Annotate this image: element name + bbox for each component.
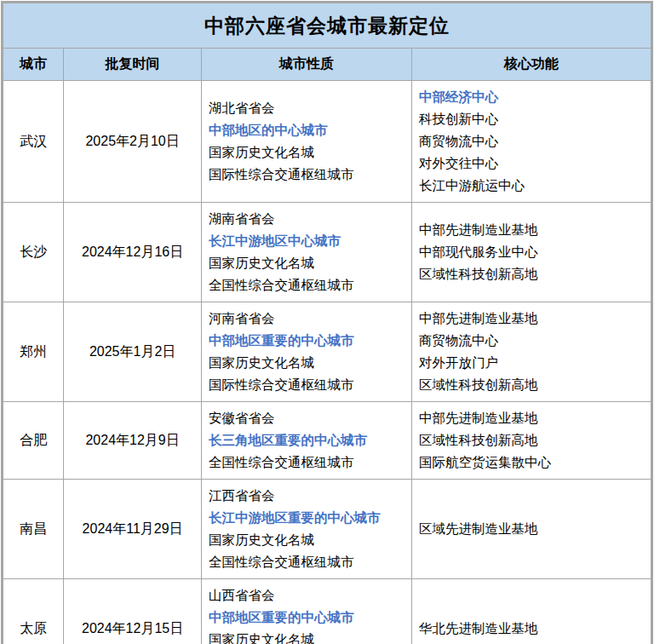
city-nature-cell: 江西省省会长江中游地区重要的中心城市国家历史文化名城全国性综合交通枢纽城市 [201,480,411,579]
city-nature-line: 国家历史文化名城 [209,352,408,374]
core-function-line: 对外交往中心 [419,152,647,175]
header-city: 城市 [3,49,64,81]
city-nature-line-highlighted: 中部地区重要的中心城市 [209,607,408,629]
city-cell: 合肥 [3,402,64,480]
city-nature-line: 江西省省会 [209,485,408,507]
core-function-line: 区域先进制造业基地 [419,518,647,540]
city-nature-line: 国家历史文化名城 [209,629,408,644]
core-function-line: 区域性科技创新高地 [419,263,647,285]
core-function-line: 国际航空货运集散中心 [419,451,647,474]
core-function-line: 华北先进制造业基地 [419,618,647,640]
city-nature-line: 国际性综合交通枢纽城市 [209,374,408,396]
city-nature-line: 山西省省会 [209,584,408,607]
core-function-line: 区域性科技创新高地 [419,374,647,396]
table-body: 武汉2025年2月10日湖北省省会中部地区的中心城市国家历史文化名城国际性综合交… [3,81,652,644]
core-functions-cell: 中部经济中心科技创新中心商贸物流中心对外交往中心长江中游航运中心 [411,81,651,203]
core-function-line: 商贸物流中心 [419,130,647,152]
city-nature-line: 国际性综合交通枢纽城市 [209,164,408,186]
city-nature-line: 河南省省会 [209,308,408,330]
city-nature-line: 全国性综合交通枢纽城市 [209,274,408,296]
core-function-line-highlighted: 中部经济中心 [419,86,647,108]
city-cell: 武汉 [3,81,64,203]
approval-date-cell: 2025年2月10日 [64,81,202,203]
city-nature-line: 国家历史文化名城 [209,529,408,551]
approval-date-cell: 2024年11月29日 [64,480,202,579]
core-function-line: 对外开放门户 [419,352,647,374]
core-functions-cell: 区域先进制造业基地 [411,480,651,579]
city-nature-line-highlighted: 中部地区的中心城市 [209,119,408,141]
city-nature-line-highlighted: 中部地区重要的中心城市 [209,330,408,352]
city-positioning-table: 中部六座省会城市最新定位 城市 批复时间 城市性质 核心功能 武汉2025年2月… [1,1,653,644]
table-row: 太原2024年12月15日山西省省会中部地区重要的中心城市国家历史文化名城全国性… [3,579,652,644]
core-function-line: 商贸物流中心 [419,330,647,352]
core-function-line: 中部先进制造业基地 [419,308,647,330]
page-frame: 中部六座省会城市最新定位 城市 批复时间 城市性质 核心功能 武汉2025年2月… [0,0,654,644]
city-nature-cell: 山西省省会中部地区重要的中心城市国家历史文化名城全国性综合交通枢纽城市 [201,579,411,644]
table-title-row: 中部六座省会城市最新定位 [3,3,652,49]
table-header-row: 城市 批复时间 城市性质 核心功能 [3,49,652,81]
city-cell: 郑州 [3,302,64,402]
approval-date-cell: 2024年12月16日 [64,203,202,302]
table-row: 长沙2024年12月16日湖南省省会长江中游地区中心城市国家历史文化名城全国性综… [3,203,652,302]
table-row: 合肥2024年12月9日安徽省省会长三角地区重要的中心城市全国性综合交通枢纽城市… [3,402,652,480]
city-nature-line-highlighted: 长三角地区重要的中心城市 [209,429,408,451]
header-approval-date: 批复时间 [64,49,202,81]
table-title: 中部六座省会城市最新定位 [3,3,652,49]
city-nature-line-highlighted: 长江中游地区中心城市 [209,230,408,252]
city-cell: 太原 [3,579,64,644]
city-nature-line: 国家历史文化名城 [209,252,408,274]
city-nature-line: 湖南省省会 [209,208,408,230]
approval-date-cell: 2024年12月9日 [64,402,202,480]
city-nature-line: 全国性综合交通枢纽城市 [209,451,408,474]
city-nature-line: 国家历史文化名城 [209,141,408,164]
city-nature-line: 湖北省省会 [209,97,408,119]
header-core-functions: 核心功能 [411,49,651,81]
core-function-line: 科技创新中心 [419,108,647,130]
core-function-line: 长江中游航运中心 [419,175,647,197]
approval-date-cell: 2024年12月15日 [64,579,202,644]
core-functions-cell: 中部先进制造业基地商贸物流中心对外开放门户区域性科技创新高地 [411,302,651,402]
city-nature-line-highlighted: 长江中游地区重要的中心城市 [209,507,408,529]
table-row: 武汉2025年2月10日湖北省省会中部地区的中心城市国家历史文化名城国际性综合交… [3,81,652,203]
city-nature-cell: 安徽省省会长三角地区重要的中心城市全国性综合交通枢纽城市 [201,402,411,480]
core-function-line: 中部现代服务业中心 [419,241,647,263]
core-function-line: 中部先进制造业基地 [419,219,647,241]
core-functions-cell: 中部先进制造业基地区域性科技创新高地国际航空货运集散中心 [411,402,651,480]
city-cell: 南昌 [3,480,64,579]
city-nature-cell: 河南省省会中部地区重要的中心城市国家历史文化名城国际性综合交通枢纽城市 [201,302,411,402]
city-cell: 长沙 [3,203,64,302]
city-nature-cell: 湖南省省会长江中游地区中心城市国家历史文化名城全国性综合交通枢纽城市 [201,203,411,302]
city-nature-line: 安徽省省会 [209,407,408,429]
core-function-line: 区域性科技创新高地 [419,429,647,451]
header-city-nature: 城市性质 [201,49,411,81]
city-nature-line: 全国性综合交通枢纽城市 [209,551,408,573]
table-row: 郑州2025年1月2日河南省省会中部地区重要的中心城市国家历史文化名城国际性综合… [3,302,652,402]
core-function-line: 中部先进制造业基地 [419,407,647,429]
table-row: 南昌2024年11月29日江西省省会长江中游地区重要的中心城市国家历史文化名城全… [3,480,652,579]
city-nature-cell: 湖北省省会中部地区的中心城市国家历史文化名城国际性综合交通枢纽城市 [201,81,411,203]
core-functions-cell: 中部先进制造业基地中部现代服务业中心区域性科技创新高地 [411,203,651,302]
approval-date-cell: 2025年1月2日 [64,302,202,402]
core-functions-cell: 华北先进制造业基地 [411,579,651,644]
